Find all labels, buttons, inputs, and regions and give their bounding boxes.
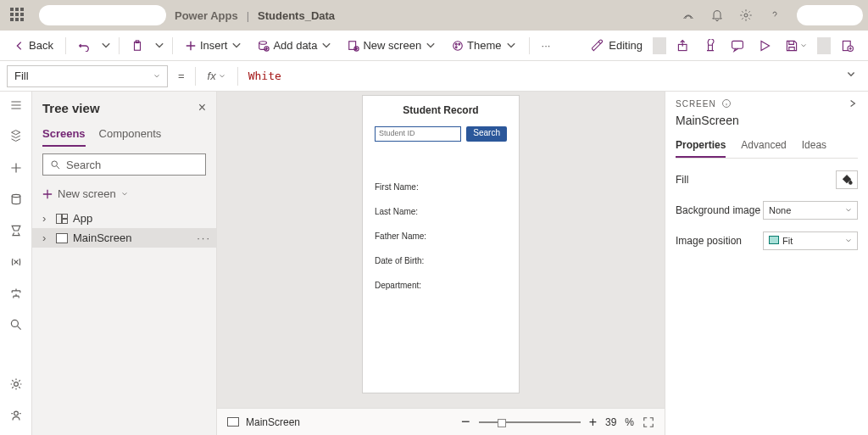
svg-point-15	[12, 194, 20, 197]
canvas-area[interactable]: Student Record Student ID Search First N…	[217, 92, 665, 408]
save-button[interactable]	[778, 34, 814, 58]
close-icon[interactable]: ×	[198, 100, 206, 115]
tab-screens[interactable]: Screens	[42, 124, 86, 147]
lastname-label: Last Name:	[375, 207, 507, 216]
add-data-button[interactable]: Add data	[251, 36, 339, 55]
app-name: Power Apps	[175, 9, 238, 22]
zoom-slider[interactable]	[479, 421, 581, 423]
tab-advanced[interactable]: Advanced	[741, 136, 786, 158]
screen-icon	[227, 417, 239, 427]
publish-button[interactable]	[834, 34, 861, 58]
selected-screen-label: MainScreen	[246, 416, 300, 428]
bgimage-label: Background image	[676, 204, 760, 216]
tree-view-panel: Tree view × Screens Components Search Ne…	[32, 92, 217, 435]
fill-label: Fill	[676, 174, 688, 186]
svg-point-19	[52, 160, 57, 166]
fit-icon[interactable]	[643, 416, 654, 428]
checker-button[interactable]	[697, 34, 724, 58]
svg-rect-20	[57, 214, 62, 223]
property-selector[interactable]: Fill	[7, 65, 168, 87]
left-rail	[0, 92, 32, 435]
formula-input[interactable]: White	[243, 70, 836, 82]
info-icon[interactable]	[721, 98, 732, 109]
formula-bar: Fill = fx White	[0, 61, 868, 92]
settings-rail-icon[interactable]	[9, 377, 23, 393]
student-id-input[interactable]: Student ID	[375, 126, 461, 142]
gear-icon[interactable]	[739, 8, 753, 22]
tree-item-mainscreen[interactable]: › MainScreen ···	[32, 228, 216, 248]
firstname-label: First Name:	[375, 182, 507, 192]
svg-rect-12	[732, 41, 743, 48]
search-button[interactable]: Search	[466, 126, 507, 142]
undo-button[interactable]	[71, 36, 97, 55]
bell-icon[interactable]	[710, 8, 724, 22]
hamburger-icon[interactable]	[9, 98, 23, 114]
svg-rect-21	[63, 214, 68, 218]
selected-control-name: MainScreen	[676, 114, 858, 127]
collapse-icon[interactable]	[848, 98, 858, 109]
svg-point-7	[453, 41, 463, 50]
media-rail-icon[interactable]	[9, 224, 23, 240]
svg-point-3	[259, 41, 267, 44]
undo-chevron[interactable]	[98, 36, 114, 55]
variables-rail-icon[interactable]	[9, 255, 23, 271]
share-button[interactable]	[670, 34, 697, 58]
title-separator: |	[247, 9, 249, 22]
equals-sign: =	[173, 70, 190, 82]
zoom-in-button[interactable]: +	[589, 415, 597, 430]
svg-point-9	[459, 43, 460, 45]
env-pill[interactable]	[39, 5, 166, 25]
imgpos-select[interactable]: Fit	[763, 231, 858, 250]
fit-icon	[769, 236, 779, 244]
new-screen-button[interactable]: New screen	[341, 36, 443, 55]
more-icon[interactable]: ···	[197, 231, 211, 244]
expand-formula-button[interactable]	[841, 70, 861, 82]
tab-components[interactable]: Components	[99, 124, 162, 147]
tree-item-app[interactable]: › App	[32, 209, 216, 228]
tab-properties[interactable]: Properties	[676, 136, 726, 158]
copilot-icon[interactable]	[682, 8, 695, 22]
insert-rail-icon[interactable]	[9, 161, 23, 177]
svg-point-16	[11, 320, 18, 326]
waffle-icon[interactable]	[10, 8, 25, 23]
title-bar: Power Apps | Students_Data	[0, 0, 868, 31]
zoom-out-button[interactable]: −	[461, 413, 470, 431]
phone-screen: Student Record Student ID Search First N…	[362, 95, 520, 393]
imgpos-label: Image position	[676, 235, 742, 247]
doc-name: Students_Data	[258, 9, 335, 22]
paste-chevron[interactable]	[152, 36, 167, 55]
screen-icon	[56, 233, 68, 243]
back-button[interactable]: Back	[7, 36, 60, 55]
fill-color-button[interactable]	[836, 170, 858, 189]
svg-point-8	[455, 43, 457, 45]
properties-panel: SCREEN MainScreen Properties Advanced Id…	[665, 92, 868, 435]
help-icon[interactable]	[768, 8, 782, 22]
tree-search-input[interactable]: Search	[42, 153, 206, 176]
search-rail-icon[interactable]	[9, 318, 23, 334]
comments-button[interactable]	[724, 34, 751, 58]
department-label: Department:	[375, 281, 507, 290]
panel-header: SCREEN	[676, 99, 716, 109]
dob-label: Date of Birth:	[375, 256, 507, 265]
tree-new-screen-button[interactable]: New screen	[32, 182, 216, 205]
zoom-bar: MainScreen − + 39 %	[217, 408, 665, 435]
paste-button[interactable]	[125, 36, 150, 55]
theme-button[interactable]: Theme	[445, 36, 523, 55]
treeview-title: Tree view	[42, 101, 100, 115]
insert-button[interactable]: Insert	[178, 36, 250, 55]
tab-ideas[interactable]: Ideas	[802, 136, 826, 158]
feedback-rail-icon[interactable]	[9, 409, 23, 425]
user-pill[interactable]	[797, 5, 863, 25]
data-rail-icon[interactable]	[9, 192, 23, 209]
canvas-title-label: Student Record	[375, 104, 507, 116]
fathername-label: Father Name:	[375, 231, 507, 241]
treeview-rail-icon[interactable]	[9, 130, 23, 146]
fx-button[interactable]: fx	[201, 70, 232, 82]
command-bar: Back Insert Add data New screen Theme ··…	[0, 31, 868, 61]
svg-point-0	[744, 14, 748, 17]
advanced-rail-icon[interactable]	[9, 287, 23, 303]
more-button[interactable]: ···	[535, 36, 558, 55]
bgimage-select[interactable]: None	[763, 201, 858, 220]
editing-button[interactable]: Editing	[585, 34, 649, 58]
play-button[interactable]	[751, 34, 778, 58]
